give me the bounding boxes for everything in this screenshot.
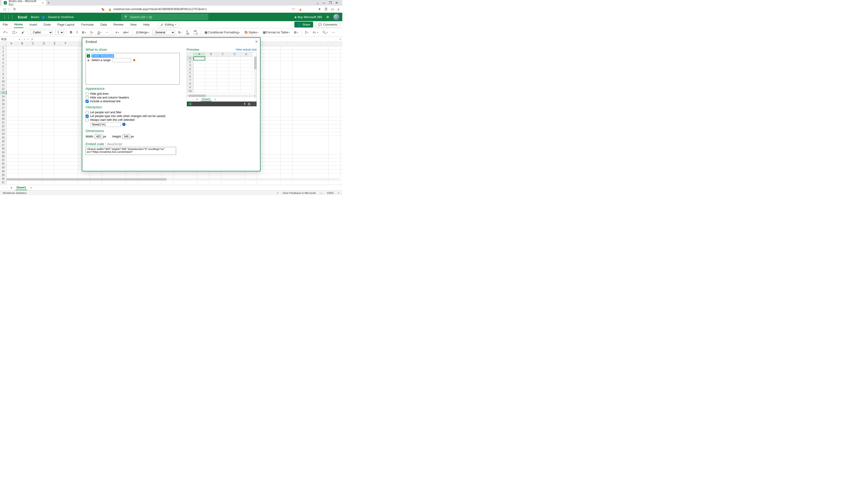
dialog-close-icon[interactable]: × (255, 39, 258, 44)
zoom-out-icon[interactable]: — (320, 191, 323, 194)
file-breadcrumb[interactable]: Book1 👥 - Saved to OneDrive ▾ (31, 15, 76, 19)
editing-mode-dropdown[interactable]: Editing ▾ (158, 22, 179, 27)
embed-code-tab[interactable]: Embed code (86, 142, 104, 146)
start-cell-input[interactable] (90, 122, 121, 127)
tab-file[interactable]: File (2, 21, 8, 28)
tab-help[interactable]: Help (143, 21, 150, 28)
row-header[interactable]: 1 (0, 46, 6, 50)
preview-download-icon[interactable]: ⬇ (243, 102, 246, 105)
wrap-text-button[interactable]: ab↵ (122, 30, 130, 35)
row-header[interactable]: 27 (0, 143, 6, 147)
preview-info-icon[interactable]: ▥ (248, 102, 250, 105)
row-header[interactable]: 23 (0, 128, 6, 132)
row-header[interactable]: 28 (0, 147, 6, 151)
minimize-icon[interactable]: — (322, 1, 326, 5)
row-header[interactable]: 6 (0, 65, 6, 68)
horizontal-scrollbar[interactable] (6, 178, 340, 181)
preview-fullscreen-icon[interactable]: ⛶ (252, 102, 255, 105)
number-format-select[interactable]: General (153, 30, 175, 35)
what-to-show-listbox[interactable]: x Entire Workbook ⊞ Select a range: ✖ (86, 53, 180, 85)
cancel-formula-icon[interactable]: × (23, 38, 25, 41)
row-header[interactable]: 37 (0, 181, 6, 184)
preview-vscrollbar[interactable] (254, 57, 256, 98)
browser-tab[interactable]: x Book1.xlsx - Microsoft Exc × (1, 0, 46, 5)
comments-button[interactable]: 💬 Comments (316, 22, 340, 28)
add-sheet-icon[interactable]: + (30, 186, 32, 189)
zoom-in-icon[interactable]: + (338, 191, 340, 194)
brave-icon[interactable]: ▲ (299, 7, 302, 11)
row-header[interactable]: 34 (0, 169, 6, 173)
font-color-button[interactable]: A▾ (97, 30, 102, 35)
tab-formulas[interactable]: Formulas (81, 21, 94, 28)
align-button[interactable]: ≡▾ (115, 30, 120, 35)
wallet-icon[interactable]: ▭ (331, 7, 334, 11)
row-header[interactable]: 25 (0, 136, 6, 139)
new-tab-button[interactable]: + (48, 1, 50, 5)
row-header[interactable]: 22 (0, 124, 6, 128)
preview-sheet-tab[interactable]: Sheet1 (201, 98, 211, 101)
tab-page-layout[interactable]: Page Layout (57, 21, 75, 28)
extensions-icon[interactable]: ✦ (318, 7, 321, 11)
tab-view[interactable]: View (130, 21, 137, 28)
sort-filter-checkbox[interactable]: Let people sort and filter (86, 110, 180, 114)
tab-review[interactable]: Review (113, 21, 124, 28)
select-all-corner[interactable] (0, 42, 6, 46)
row-header[interactable]: 18 (0, 109, 6, 113)
row-header[interactable]: 4 (0, 57, 6, 61)
row-header[interactable]: 24 (0, 132, 6, 136)
workbook-statistics-button[interactable]: Workbook Statistics (3, 191, 27, 194)
expand-formula-icon[interactable]: ▾ (338, 38, 342, 40)
chevron-down-icon[interactable]: ⌄ (316, 1, 319, 5)
row-header[interactable]: 32 (0, 162, 6, 166)
name-box[interactable]: K13 ▾ (0, 38, 22, 41)
row-header[interactable]: 8 (0, 72, 6, 76)
excel-logo-icon[interactable]: x (188, 102, 192, 105)
preview-prev-icon[interactable]: ‹ (189, 98, 190, 101)
hide-headers-checkbox[interactable]: Hide row and column headers (86, 96, 180, 99)
find-button[interactable]: 🔍▾ (321, 30, 329, 35)
row-header[interactable]: 29 (0, 151, 6, 154)
row-header[interactable]: 15 (0, 98, 6, 102)
menu-icon[interactable]: ≡ (337, 7, 340, 11)
row-header[interactable]: 14 (0, 95, 6, 99)
accept-formula-icon[interactable]: ✓ (27, 38, 29, 41)
entire-workbook-option[interactable]: x Entire Workbook (87, 54, 178, 58)
avatar[interactable] (334, 14, 340, 20)
prev-sheet-icon[interactable]: ‹ (2, 186, 3, 189)
url-display[interactable]: 🔒 onedrive.live.com/edit.aspx?resid=6C68… (108, 7, 207, 11)
column-header[interactable]: F (60, 42, 71, 46)
next-sheet-icon[interactable]: › (6, 186, 7, 189)
settings-icon[interactable]: ⚙ (326, 15, 329, 19)
more-font-icon[interactable]: ⋯ (105, 30, 109, 35)
column-header[interactable]: D (38, 42, 49, 46)
bookmark-icon[interactable]: 🔖 (101, 7, 105, 11)
reload-icon[interactable]: ↻ (13, 7, 16, 11)
row-header[interactable]: 30 (0, 154, 6, 158)
merge-button[interactable]: ⊟ Merge ▾ (135, 30, 150, 35)
border-button[interactable]: ⊞▾ (81, 30, 87, 35)
column-header[interactable]: C (28, 42, 38, 46)
row-header[interactable]: 17 (0, 106, 6, 109)
row-header[interactable]: 3 (0, 54, 6, 57)
type-into-cells-checkbox[interactable]: Let people type into cells (their change… (86, 114, 180, 118)
always-start-cell-checkbox[interactable]: Always start with this cell selected: (86, 118, 180, 122)
more-toolbar-icon[interactable]: ⋯ (331, 30, 336, 35)
clear-range-icon[interactable]: ✖ (133, 58, 136, 62)
row-header[interactable]: 19 (0, 113, 6, 117)
row-header[interactable]: 5 (0, 61, 6, 65)
forward-icon[interactable]: ▷ (8, 7, 11, 11)
tab-close-icon[interactable]: × (42, 1, 44, 5)
font-select[interactable]: Calibri (30, 30, 53, 35)
tab-data[interactable]: Data (100, 21, 107, 28)
tab-insert[interactable]: Insert (29, 21, 38, 28)
select-range-option[interactable]: ⊞ Select a range: ✖ (87, 58, 178, 63)
row-header[interactable]: 11 (0, 83, 6, 87)
bold-button[interactable]: B (69, 30, 73, 35)
buy-link[interactable]: ◈ Buy Microsoft 365 (294, 15, 322, 19)
row-header[interactable]: 7 (0, 68, 6, 72)
insert-cells-button[interactable]: ⊞▾ (293, 30, 299, 35)
font-size-select[interactable]: 11 (55, 30, 64, 35)
preview-hscrollbar[interactable]: ◂▸ (187, 95, 256, 97)
row-header[interactable]: 33 (0, 166, 6, 169)
close-window-icon[interactable]: ✕ (335, 1, 338, 5)
